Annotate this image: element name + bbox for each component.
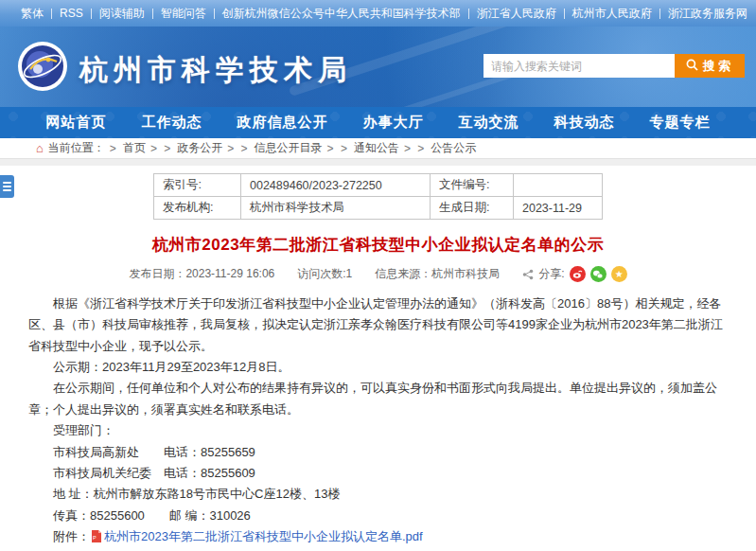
- nav-interaction[interactable]: 互动交流: [459, 114, 519, 132]
- divider: [468, 9, 469, 19]
- link-hangzhou-gov[interactable]: 杭州市人民政府: [572, 6, 652, 22]
- divider: [51, 9, 52, 19]
- site-title: 杭州市科学技术局: [79, 51, 352, 90]
- file-number-value: [514, 174, 603, 197]
- crumb-info-catalog[interactable]: 信息公开目录: [255, 140, 323, 156]
- share-box: 分享: ★: [522, 266, 626, 282]
- share-label: 分享:: [538, 266, 564, 282]
- share-icon: [522, 269, 534, 280]
- gen-date-value: 2023-11-29: [514, 197, 603, 220]
- search-icon: [686, 59, 698, 74]
- divider: [91, 9, 92, 19]
- breadcrumb: ⌂ 当前位置： > 首页 > > 政务公开 > > 信息公开目录 > > 通知公…: [0, 138, 756, 158]
- publish-date: 发布日期：2023-11-29 16:06: [129, 266, 274, 282]
- section-divider: [0, 158, 756, 166]
- gen-date-label: 生成日期:: [431, 197, 514, 220]
- paragraph-basis: 根据《浙江省科学技术厅关于印发浙江省科技型中小企业认定管理办法的通知》（浙科发高…: [28, 293, 728, 357]
- document-meta-table: 索引号: 002489460/2023-272250 文件编号: 发布机构: 杭…: [153, 173, 603, 220]
- breadcrumb-separator: >: [110, 142, 118, 155]
- link-rss[interactable]: RSS: [60, 7, 83, 20]
- divider: [659, 9, 660, 19]
- breadcrumb-separator: > >: [327, 142, 349, 155]
- nav-service-hall[interactable]: 办事大厅: [363, 114, 424, 132]
- crumb-gov-disclosure[interactable]: 政务公开: [177, 140, 222, 156]
- crumb-announcements[interactable]: 公告公示: [431, 140, 476, 156]
- qzone-share-icon[interactable]: ★: [611, 266, 627, 282]
- line-discipline-office-phone: 市科技局机关纪委 电话：85255609: [28, 463, 728, 484]
- search-button[interactable]: 搜索: [675, 54, 745, 78]
- svg-text:P: P: [93, 535, 97, 541]
- divider: [214, 9, 215, 19]
- file-number-label: 文件编号:: [431, 174, 514, 197]
- attachment-label: 附件：: [53, 529, 90, 543]
- link-reading-aid[interactable]: 阅读辅助: [99, 6, 145, 22]
- link-smart-qa[interactable]: 智能问答: [161, 6, 206, 22]
- menu-lines-icon: [3, 182, 11, 184]
- weibo-share-icon[interactable]: [570, 266, 586, 282]
- pdf-icon: P: [91, 528, 102, 549]
- side-panel-tab[interactable]: [0, 175, 14, 198]
- search-button-label: 搜索: [703, 58, 733, 75]
- search-bar: 搜索: [483, 54, 745, 78]
- index-number-value: 002489460/2023-272250: [241, 174, 431, 197]
- breadcrumb-separator: > >: [150, 142, 172, 155]
- home-icon: ⌂: [36, 142, 44, 154]
- divider: [152, 9, 153, 19]
- line-address: 地 址：杭州市解放东路18号市民中心C座12楼、13楼: [28, 484, 728, 505]
- line-fax-zip: 传真：85255600 邮 编：310026: [28, 506, 728, 526]
- breadcrumb-separator: > >: [404, 142, 426, 155]
- visit-count: 访问次数:1: [297, 266, 352, 282]
- index-number-label: 索引号:: [154, 174, 241, 197]
- nav-work-news[interactable]: 工作动态: [142, 114, 202, 132]
- topbar-right-links: 中华人民共和国科学技术部 浙江省人民政府 杭州市人民政府 浙江政务服务网 用户中…: [325, 6, 756, 22]
- divider: [564, 9, 565, 19]
- breadcrumb-separator: > >: [227, 142, 249, 155]
- topbar-left-links: 繁体 RSS 阅读辅助 智能问答 创新杭州微信公众号: [21, 6, 325, 22]
- article-content: 索引号: 002489460/2023-272250 文件编号: 发布机构: 杭…: [0, 166, 756, 551]
- link-wechat-official[interactable]: 创新杭州微信公众号: [222, 6, 325, 22]
- line-attachment: 附件：P杭州市2023年第二批浙江省科技型中小企业拟认定名单.pdf: [28, 526, 728, 549]
- table-row: 发布机构: 杭州市科学技术局 生成日期: 2023-11-29: [154, 197, 603, 220]
- crumb-notices[interactable]: 通知公告: [354, 140, 399, 156]
- crumb-home[interactable]: 首页: [123, 140, 146, 156]
- header-banner: 杭州市科学技术局 搜索: [0, 27, 756, 107]
- nav-home[interactable]: 网站首页: [46, 114, 107, 132]
- link-zhejiang-gov[interactable]: 浙江省人民政府: [477, 6, 556, 22]
- paragraph-publicity-period: 公示期：2023年11月29至2023年12月8日。: [28, 357, 728, 378]
- nav-special-columns[interactable]: 专题专栏: [650, 114, 711, 132]
- search-input[interactable]: [483, 54, 675, 78]
- nav-gov-info-disclosure[interactable]: 政府信息公开: [237, 114, 328, 132]
- main-nav: 网站首页 工作动态 政府信息公开 办事大厅 互动交流 科技动态 专题专栏: [0, 107, 756, 138]
- top-utility-bar: 繁体 RSS 阅读辅助 智能问答 创新杭州微信公众号 中华人民共和国科学技术部 …: [0, 0, 756, 27]
- paragraph-objection: 在公示期间，任何单位和个人对公布的结果持有异议的，可以真实身份和书面形式向我局提…: [28, 378, 728, 420]
- breadcrumb-prefix: 当前位置：: [48, 140, 105, 156]
- wechat-share-icon[interactable]: [590, 266, 607, 282]
- table-row: 索引号: 002489460/2023-272250 文件编号:: [154, 174, 603, 197]
- page-title: 杭州市2023年第二批浙江省科技型中小企业拟认定名单的公示: [28, 234, 728, 256]
- article-meta-row: 发布日期：2023-11-29 16:06 访问次数:1 信息来源：杭州市科技局…: [28, 266, 728, 291]
- publisher-label: 发布机构:: [154, 197, 241, 220]
- agency-logo: [17, 41, 68, 92]
- line-hightech-office-phone: 市科技局高新处 电话：85255659: [28, 442, 728, 463]
- line-accepting-dept: 受理部门：: [28, 420, 728, 441]
- publisher-value: 杭州市科学技术局: [241, 197, 431, 220]
- info-source: 信息来源：杭州市科技局: [375, 266, 500, 282]
- link-most-gov[interactable]: 中华人民共和国科学技术部: [325, 6, 461, 22]
- attachment-link[interactable]: 杭州市2023年第二批浙江省科技型中小企业拟认定名单.pdf: [104, 529, 423, 543]
- link-zhejiang-service-net[interactable]: 浙江政务服务网: [668, 6, 747, 22]
- nav-tech-news[interactable]: 科技动态: [554, 114, 615, 132]
- article-body: 根据《浙江省科学技术厅关于印发浙江省科技型中小企业认定管理办法的通知》（浙科发高…: [28, 293, 728, 549]
- link-traditional-chinese[interactable]: 繁体: [21, 6, 44, 22]
